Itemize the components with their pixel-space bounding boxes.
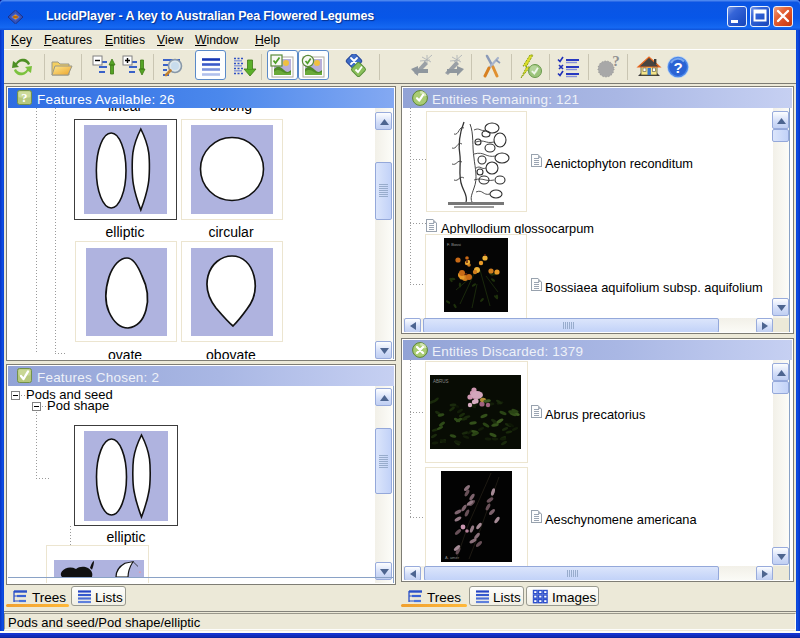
svg-text:ABRUS: ABRUS [433,379,449,384]
svg-text:?: ? [21,91,27,105]
svg-text:A. amer: A. amer [445,555,460,560]
svg-text:?: ? [673,59,682,76]
svg-text:?: ? [612,54,620,69]
svg-text:F. Bossi: F. Bossi [447,242,461,247]
